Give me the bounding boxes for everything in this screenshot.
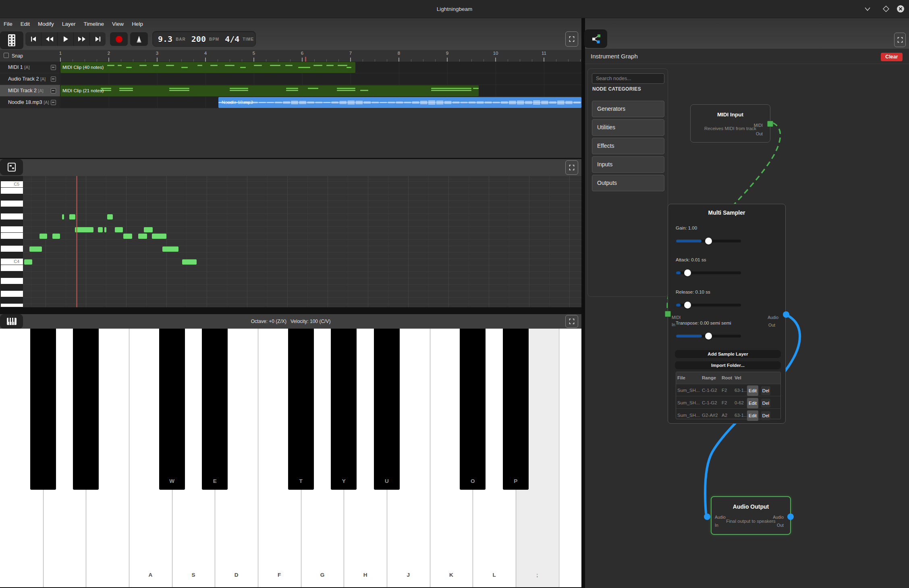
clear-button[interactable]: Clear: [881, 53, 903, 61]
slider-knob[interactable]: [705, 333, 712, 340]
position-value[interactable]: 9.3: [158, 34, 172, 44]
category-inputs[interactable]: Inputs: [592, 156, 664, 173]
skip-end-button[interactable]: [90, 32, 106, 46]
pianoroll-key-white[interactable]: [1, 291, 23, 297]
audio-output-out-port[interactable]: [787, 513, 794, 520]
pianoroll-note[interactable]: [162, 246, 178, 252]
track-lane[interactable]: MIDI Clip (21 notes): [60, 85, 581, 97]
category-utilities[interactable]: Utilities: [592, 119, 664, 136]
pianoroll-note[interactable]: [144, 227, 153, 232]
menu-file[interactable]: File: [3, 18, 13, 30]
midi-input-out-port[interactable]: [767, 121, 773, 127]
pianoroll-note[interactable]: [69, 214, 75, 219]
param-slider-3[interactable]: [676, 335, 741, 337]
pianoroll-key-white[interactable]: [1, 201, 23, 207]
category-outputs[interactable]: Outputs: [592, 175, 664, 191]
track-header-midi-1[interactable]: MIDI 1 [A]: [0, 62, 60, 73]
graph-canvas[interactable]: NODE CATEGORIES GeneratorsUtilitiesEffec…: [585, 64, 909, 588]
rewind-button[interactable]: [42, 32, 58, 46]
record-button[interactable]: [110, 32, 128, 46]
black-key-E[interactable]: E: [202, 329, 228, 490]
pianoroll-note[interactable]: [39, 234, 47, 239]
search-input[interactable]: [592, 73, 664, 84]
track-header-audio-track-2[interactable]: Audio Track 2 [A]: [0, 73, 60, 85]
track-lane[interactable]: Noodle 18.mp3: [60, 97, 581, 108]
pianoroll-note[interactable]: [98, 227, 103, 232]
category-effects[interactable]: Effects: [592, 138, 664, 154]
node-midi-input[interactable]: MIDI Input Receives MIDI from track MIDI…: [690, 104, 770, 143]
pianoroll-note[interactable]: [182, 259, 197, 265]
pianoroll-note[interactable]: [107, 214, 113, 219]
node-multi-sampler[interactable]: Multi Sampler MIDI In Audio Out Gain: 1.…: [668, 204, 786, 424]
black-key-T[interactable]: T: [288, 329, 314, 490]
pianoroll-note[interactable]: [52, 234, 60, 239]
track-checkbox[interactable]: [51, 88, 56, 93]
black-key[interactable]: [30, 329, 56, 490]
sampler-audio-out-port[interactable]: [783, 311, 789, 318]
window-minimize-button[interactable]: [863, 4, 872, 13]
pianoroll-note[interactable]: [29, 246, 42, 252]
timeline-ruler[interactable]: Snap 1234567891011: [0, 50, 581, 62]
graph-expand-button[interactable]: [894, 33, 906, 47]
pianoroll-grid[interactable]: [23, 176, 581, 307]
audio-output-in-port[interactable]: [704, 513, 710, 520]
pianoroll-key-white[interactable]: [1, 233, 23, 239]
edit-button[interactable]: Edit: [747, 398, 758, 408]
param-slider-1[interactable]: [676, 271, 741, 274]
param-slider-0[interactable]: [676, 240, 741, 242]
import-folder-button[interactable]: Import Folder...: [675, 361, 781, 369]
track-checkbox[interactable]: [51, 65, 56, 70]
del-button[interactable]: Del: [761, 411, 770, 420]
window-maximize-button[interactable]: [882, 4, 890, 13]
param-slider-2[interactable]: [676, 304, 741, 306]
pianoroll-key-white[interactable]: [1, 265, 23, 271]
skip-start-button[interactable]: [25, 32, 42, 46]
pianoroll-note[interactable]: [123, 234, 132, 239]
pianoroll-key-white[interactable]: [1, 304, 23, 307]
pianoroll-note[interactable]: [152, 234, 166, 239]
pianoroll-note[interactable]: [75, 227, 93, 232]
category-generators[interactable]: Generators: [592, 101, 664, 117]
black-key-Y[interactable]: Y: [331, 329, 357, 490]
menu-timeline[interactable]: Timeline: [83, 18, 105, 30]
pianoroll-key-white[interactable]: C4: [1, 259, 23, 265]
menu-view[interactable]: View: [112, 18, 124, 30]
track-checkbox[interactable]: [51, 100, 56, 105]
pianoroll-key-white[interactable]: C5: [1, 181, 23, 187]
play-button[interactable]: [58, 32, 74, 46]
black-key-U[interactable]: U: [374, 329, 400, 490]
slider-knob[interactable]: [684, 269, 691, 276]
pianoroll-icon-button[interactable]: [0, 159, 23, 175]
signature-value[interactable]: 4/4: [225, 34, 239, 44]
slider-knob[interactable]: [684, 302, 691, 308]
pianoroll-key-white[interactable]: [1, 226, 23, 232]
timeline-mode-button[interactable]: [0, 31, 23, 49]
ruler-playhead[interactable]: [305, 57, 306, 62]
black-key-O[interactable]: O: [460, 329, 486, 490]
black-key[interactable]: [73, 329, 99, 490]
menu-help[interactable]: Help: [131, 18, 143, 30]
midi-clip[interactable]: MIDI Clip (40 notes): [60, 62, 355, 73]
tempo-value[interactable]: 200: [191, 34, 206, 44]
edit-button[interactable]: Edit: [747, 385, 758, 396]
white-key[interactable]: [559, 329, 582, 587]
snap-checkbox[interactable]: [4, 53, 9, 58]
track-lane[interactable]: [60, 73, 581, 85]
pianoroll-expand-button[interactable]: [565, 160, 578, 175]
pianoroll-key-white[interactable]: [1, 278, 23, 284]
pianoroll-playhead[interactable]: [76, 176, 77, 307]
sampler-midi-in-port[interactable]: [665, 311, 671, 317]
pianoroll-key-white[interactable]: [1, 246, 23, 252]
edit-button[interactable]: Edit: [747, 410, 758, 421]
pianoroll-key-white[interactable]: [1, 213, 23, 219]
del-button[interactable]: Del: [761, 399, 770, 408]
black-key-W[interactable]: W: [159, 329, 185, 490]
track-header-noodle-18-mp3[interactable]: Noodle 18.mp3 [A]: [0, 97, 60, 108]
panel-divider[interactable]: [581, 18, 585, 588]
del-button[interactable]: Del: [761, 386, 770, 395]
timeline-expand-button[interactable]: [565, 31, 578, 47]
menu-layer[interactable]: Layer: [62, 18, 76, 30]
slider-knob[interactable]: [705, 238, 712, 244]
pianoroll-note[interactable]: [138, 234, 147, 239]
midi-clip[interactable]: MIDI Clip (21 notes): [60, 85, 479, 96]
